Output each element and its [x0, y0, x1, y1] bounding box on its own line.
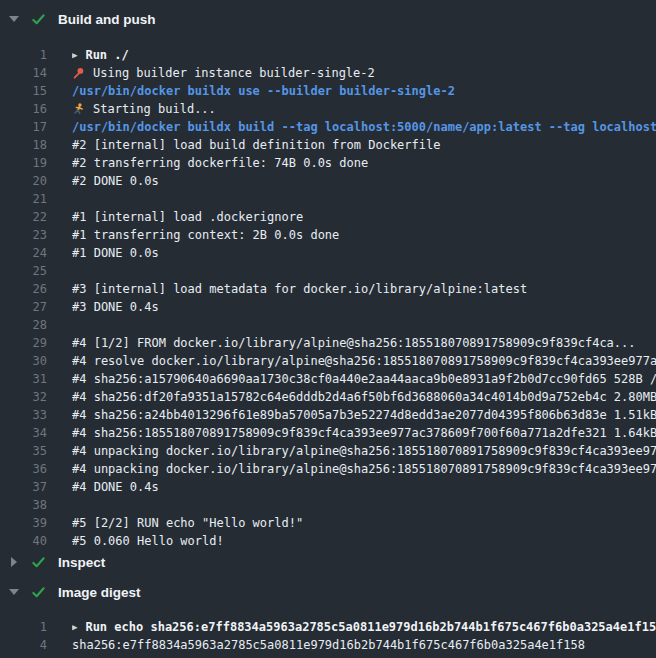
line-content: #2 DONE 0.0s [72, 172, 656, 190]
step-log-build-and-push: 1▶Run ./14Using builder instance builder… [0, 46, 656, 550]
line-text: #4 sha256:a24bb4013296f61e89ba57005a7b3e… [72, 406, 656, 424]
step-title: Build and push [58, 12, 156, 27]
line-content [72, 190, 656, 208]
line-text: #2 [internal] load build definition from… [72, 136, 440, 154]
log-line: 20#2 DONE 0.0s [0, 172, 656, 190]
line-number[interactable]: 36 [0, 460, 47, 478]
line-text: Starting build... [93, 100, 216, 118]
line-content [72, 496, 656, 514]
line-content: #4 unpacking docker.io/library/alpine@sh… [72, 442, 656, 460]
line-number[interactable]: 14 [0, 64, 47, 82]
line-number[interactable]: 39 [0, 514, 47, 532]
line-number[interactable]: 16 [0, 100, 47, 118]
line-text: #4 unpacking docker.io/library/alpine@sh… [72, 460, 656, 478]
line-content: #5 [2/2] RUN echo "Hello world!" [72, 514, 656, 532]
log-line: 1▶Run ./ [0, 46, 656, 64]
line-text: #4 unpacking docker.io/library/alpine@sh… [72, 442, 656, 460]
step-header-build-and-push[interactable]: Build and push [0, 7, 656, 31]
line-content: /usr/bin/docker buildx use --builder bui… [72, 82, 656, 100]
log-line: 23#1 transferring context: 2B 0.0s done [0, 226, 656, 244]
line-text: sha256:e7ff8834a5963a2785c5a0811e979d16b… [72, 636, 585, 654]
line-content: #4 DONE 0.4s [72, 478, 656, 496]
line-number[interactable]: 26 [0, 280, 47, 298]
line-content: #1 [internal] load .dockerignore [72, 208, 656, 226]
line-number[interactable]: 19 [0, 154, 47, 172]
step-header-image-digest[interactable]: Image digest [0, 580, 656, 604]
line-text: #5 0.060 Hello world! [72, 532, 224, 550]
line-text: Run echo sha256:e7ff8834a5963a2785c5a081… [85, 618, 656, 636]
log-line: 18#2 [internal] load build definition fr… [0, 136, 656, 154]
line-number[interactable]: 37 [0, 478, 47, 496]
line-content [72, 262, 656, 280]
line-content: #4 sha256:185518070891758909c9f839cf4ca3… [72, 424, 656, 442]
log-line: 4sha256:e7ff8834a5963a2785c5a0811e979d16… [0, 636, 656, 654]
line-text: #1 [internal] load .dockerignore [72, 208, 303, 226]
line-text: #1 DONE 0.0s [72, 244, 159, 262]
line-text: #5 [2/2] RUN echo "Hello world!" [72, 514, 303, 532]
log-line: 14Using builder instance builder-single-… [0, 64, 656, 82]
expand-arrow-icon[interactable]: ▶ [72, 618, 77, 636]
line-number[interactable]: 21 [0, 190, 47, 208]
line-number[interactable]: 23 [0, 226, 47, 244]
chevron-down-icon[interactable] [9, 16, 19, 22]
log-line: 30#4 resolve docker.io/library/alpine@sh… [0, 352, 656, 370]
log-line: 27#3 DONE 0.4s [0, 298, 656, 316]
log-line: 1▶Run echo sha256:e7ff8834a5963a2785c5a0… [0, 618, 656, 636]
line-number[interactable]: 31 [0, 370, 47, 388]
line-text: /usr/bin/docker buildx build --tag local… [72, 118, 656, 136]
check-success-icon [31, 555, 46, 570]
line-number[interactable]: 20 [0, 172, 47, 190]
line-content: Using builder instance builder-single-2 [72, 64, 656, 82]
log-line: 22#1 [internal] load .dockerignore [0, 208, 656, 226]
runner-icon [72, 103, 85, 116]
step-header-inspect[interactable]: Inspect [0, 550, 656, 574]
line-content: #4 resolve docker.io/library/alpine@sha2… [72, 352, 656, 370]
line-number[interactable]: 35 [0, 442, 47, 460]
log-line: 19#2 transferring dockerfile: 74B 0.0s d… [0, 154, 656, 172]
line-content: #4 unpacking docker.io/library/alpine@sh… [72, 460, 656, 478]
line-content: sha256:e7ff8834a5963a2785c5a0811e979d16b… [72, 636, 656, 654]
line-number[interactable]: 1 [0, 46, 47, 64]
line-text: /usr/bin/docker buildx use --builder bui… [72, 82, 455, 100]
line-number[interactable]: 15 [0, 82, 47, 100]
line-content [72, 316, 656, 334]
line-content: #3 DONE 0.4s [72, 298, 656, 316]
line-content: #4 [1/2] FROM docker.io/library/alpine@s… [72, 334, 656, 352]
log-line: 36#4 unpacking docker.io/library/alpine@… [0, 460, 656, 478]
line-number[interactable]: 22 [0, 208, 47, 226]
line-text: #4 [1/2] FROM docker.io/library/alpine@s… [72, 334, 636, 352]
line-number[interactable]: 24 [0, 244, 47, 262]
log-line: 34#4 sha256:185518070891758909c9f839cf4c… [0, 424, 656, 442]
line-number[interactable]: 18 [0, 136, 47, 154]
line-number[interactable]: 40 [0, 532, 47, 550]
line-content: #4 sha256:a24bb4013296f61e89ba57005a7b3e… [72, 406, 656, 424]
line-number[interactable]: 34 [0, 424, 47, 442]
line-number[interactable]: 33 [0, 406, 47, 424]
line-content: #4 sha256:df20fa9351a15782c64e6dddb2d4a6… [72, 388, 656, 406]
expand-arrow-icon[interactable]: ▶ [72, 46, 77, 64]
line-text: Run ./ [85, 46, 128, 64]
line-number[interactable]: 25 [0, 262, 47, 280]
line-text: Using builder instance builder-single-2 [93, 64, 375, 82]
log-line: 26#3 [internal] load metadata for docker… [0, 280, 656, 298]
pushpin-icon [72, 67, 85, 80]
check-success-icon [31, 585, 46, 600]
line-number[interactable]: 38 [0, 496, 47, 514]
line-number[interactable]: 17 [0, 118, 47, 136]
line-number[interactable]: 28 [0, 316, 47, 334]
line-number[interactable]: 4 [0, 636, 47, 654]
line-number[interactable]: 27 [0, 298, 47, 316]
line-content: #2 [internal] load build definition from… [72, 136, 656, 154]
line-number[interactable]: 29 [0, 334, 47, 352]
chevron-down-icon[interactable] [9, 589, 19, 595]
line-number[interactable]: 32 [0, 388, 47, 406]
check-success-icon [31, 12, 46, 27]
line-content: Starting build... [72, 100, 656, 118]
log-line: 16Starting build... [0, 100, 656, 118]
chevron-right-icon[interactable] [9, 557, 19, 567]
log-line: 35#4 unpacking docker.io/library/alpine@… [0, 442, 656, 460]
step-title: Inspect [58, 555, 105, 570]
step-log-image-digest: 1▶Run echo sha256:e7ff8834a5963a2785c5a0… [0, 618, 656, 654]
line-number[interactable]: 1 [0, 618, 47, 636]
line-number[interactable]: 30 [0, 352, 47, 370]
